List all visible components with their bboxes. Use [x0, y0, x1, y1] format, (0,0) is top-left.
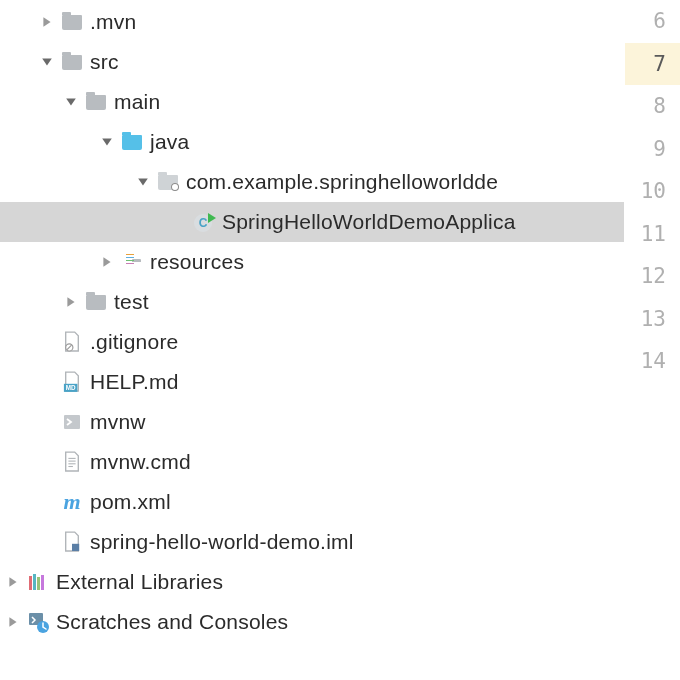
folder-icon [60, 50, 84, 74]
tree-item-label: main [114, 90, 160, 114]
tree-item-label: mvnw.cmd [90, 450, 191, 474]
tree-item-label: com.example.springhelloworldde [186, 170, 498, 194]
svg-rect-12 [72, 544, 79, 551]
tree-item-label: mvnw [90, 410, 146, 434]
gitignore-file-icon [60, 330, 84, 354]
gutter-line-number[interactable]: 8 [625, 85, 680, 128]
gutter-line-number[interactable]: 11 [625, 213, 680, 256]
svg-text:MD: MD [66, 384, 76, 391]
editor-gutter: 6 7 8 9 10 11 12 13 14 [624, 0, 680, 680]
java-class-runnable-icon: C [192, 210, 216, 234]
project-tree: .mvn src main [0, 0, 624, 680]
markdown-file-icon: MD [60, 370, 84, 394]
scratches-icon [26, 610, 50, 634]
chevron-right-icon[interactable] [2, 611, 24, 633]
folder-icon [60, 10, 84, 34]
gutter-line-number[interactable]: 14 [625, 340, 680, 383]
gutter-line-number[interactable]: 9 [625, 128, 680, 171]
shell-script-icon [60, 410, 84, 434]
tree-item-label: spring-hello-world-demo.iml [90, 530, 354, 554]
gutter-line-number[interactable]: 6 [625, 0, 680, 43]
tree-item-test[interactable]: test [0, 282, 624, 322]
maven-pom-icon: m [60, 490, 84, 514]
gutter-line-number[interactable]: 13 [625, 298, 680, 341]
folder-icon [84, 90, 108, 114]
tree-item-label: HELP.md [90, 370, 179, 394]
tree-item-main[interactable]: main [0, 82, 624, 122]
tree-item-resources[interactable]: resources [0, 242, 624, 282]
tree-item-external-libraries[interactable]: External Libraries [0, 562, 624, 602]
gutter-line-number[interactable]: 12 [625, 255, 680, 298]
chevron-down-icon[interactable] [96, 131, 118, 153]
tree-item-label: SpringHelloWorldDemoApplica [222, 210, 516, 234]
chevron-right-icon[interactable] [96, 251, 118, 273]
tree-item-src[interactable]: src [0, 42, 624, 82]
tree-item-label: test [114, 290, 149, 314]
tree-item-application[interactable]: C SpringHelloWorldDemoApplica [0, 202, 624, 242]
tree-item-gitignore[interactable]: .gitignore [0, 322, 624, 362]
chevron-down-icon[interactable] [60, 91, 82, 113]
tree-item-scratches[interactable]: Scratches and Consoles [0, 602, 624, 642]
tree-item-java[interactable]: java [0, 122, 624, 162]
tree-item-label: .gitignore [90, 330, 179, 354]
svg-rect-13 [29, 576, 32, 590]
svg-rect-16 [41, 575, 44, 590]
tree-item-label: .mvn [90, 10, 136, 34]
gutter-line-number[interactable]: 10 [625, 170, 680, 213]
module-file-icon [60, 530, 84, 554]
svg-rect-14 [33, 574, 36, 590]
tree-item-label: resources [150, 250, 244, 274]
tree-item-mvn[interactable]: .mvn [0, 2, 624, 42]
chevron-right-icon[interactable] [2, 571, 24, 593]
svg-text:C: C [199, 216, 208, 230]
tree-item-pom[interactable]: m pom.xml [0, 482, 624, 522]
tree-item-label: java [150, 130, 189, 154]
tree-item-mvnw[interactable]: mvnw [0, 402, 624, 442]
svg-rect-15 [37, 577, 40, 590]
tree-item-label: External Libraries [56, 570, 223, 594]
chevron-down-icon[interactable] [132, 171, 154, 193]
resources-folder-icon [120, 250, 144, 274]
gutter-line-number[interactable]: 7 [625, 43, 680, 86]
tree-item-label: src [90, 50, 119, 74]
source-folder-icon [120, 130, 144, 154]
text-file-icon [60, 450, 84, 474]
chevron-right-icon[interactable] [60, 291, 82, 313]
tree-item-label: Scratches and Consoles [56, 610, 288, 634]
tree-item-label: pom.xml [90, 490, 171, 514]
tree-item-iml[interactable]: spring-hello-world-demo.iml [0, 522, 624, 562]
svg-marker-2 [208, 213, 216, 223]
tree-item-help[interactable]: MD HELP.md [0, 362, 624, 402]
folder-icon [84, 290, 108, 314]
package-icon [156, 170, 180, 194]
tree-item-mvnwcmd[interactable]: mvnw.cmd [0, 442, 624, 482]
chevron-down-icon[interactable] [36, 51, 58, 73]
chevron-right-icon[interactable] [36, 11, 58, 33]
tree-item-package[interactable]: com.example.springhelloworldde [0, 162, 624, 202]
libraries-icon [26, 570, 50, 594]
